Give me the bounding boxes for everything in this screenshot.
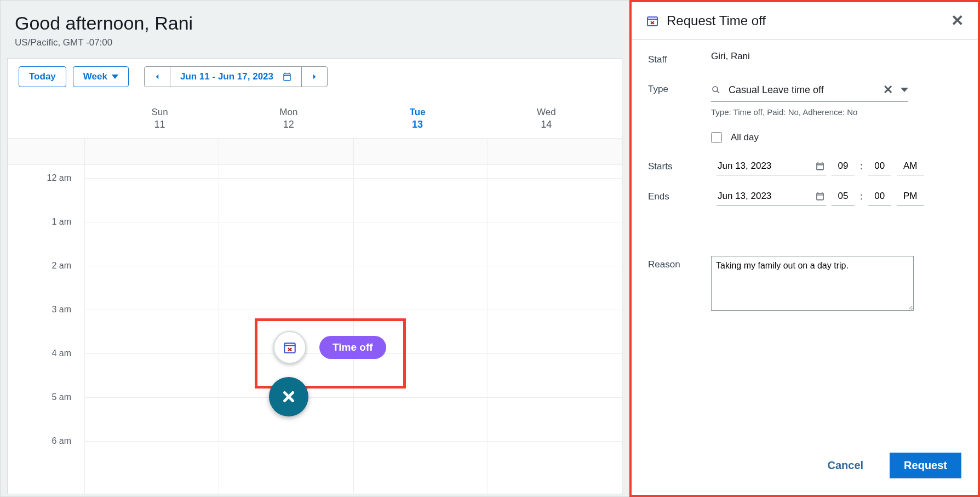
time-label: 1 am	[51, 217, 71, 227]
time-label: 2 am	[51, 261, 71, 271]
chevron-right-icon	[310, 72, 319, 82]
type-input[interactable]	[729, 84, 875, 96]
time-colon: :	[860, 161, 863, 172]
starts-date-text: Jun 13, 2023	[718, 161, 771, 172]
chevron-left-icon	[152, 72, 162, 82]
ends-date-picker[interactable]: Jun 13, 2023	[717, 187, 826, 205]
clear-type-button[interactable]: ✕	[883, 83, 893, 97]
reason-label: Reason	[648, 256, 711, 313]
chevron-down-icon[interactable]	[901, 88, 908, 92]
timeoff-fab-button[interactable]	[273, 331, 306, 364]
starts-label: Starts	[648, 161, 711, 172]
date-nav-group: Jun 11 - Jun 17, 2023	[144, 66, 328, 87]
day-of-week: Mon	[224, 107, 353, 118]
search-icon	[711, 85, 721, 95]
calendar-icon	[815, 191, 825, 201]
greeting-title: Good afternoon, Rani	[15, 13, 615, 34]
starts-ampm-field[interactable]: AM	[897, 157, 924, 175]
ends-date-text: Jun 13, 2023	[718, 191, 771, 202]
view-picker-button[interactable]: Week	[73, 66, 129, 87]
timeoff-pill-button[interactable]: Time off	[319, 336, 386, 359]
day-number: 14	[482, 119, 611, 130]
time-label: 4 am	[51, 349, 71, 358]
staff-value: Giri, Rani	[711, 51, 961, 65]
calendar-x-icon	[283, 340, 297, 355]
day-number: 13	[353, 119, 482, 130]
calendar-x-icon	[646, 14, 659, 27]
time-label: 3 am	[51, 305, 71, 315]
timezone-text: US/Pacific, GMT -07:00	[15, 37, 615, 48]
svg-rect-1	[647, 17, 657, 26]
day-of-week: Sun	[95, 107, 224, 118]
schedule-panel: Good afternoon, Rani US/Pacific, GMT -07…	[0, 0, 629, 497]
time-label: 6 am	[51, 436, 71, 446]
time-label: 5 am	[51, 392, 71, 402]
close-icon	[280, 389, 297, 405]
day-column[interactable]	[488, 139, 622, 494]
starts-hour-field[interactable]: 09	[832, 157, 855, 175]
staff-label: Staff	[648, 51, 711, 65]
calendar-icon	[282, 72, 292, 82]
panel-close-button[interactable]: ✕	[951, 13, 964, 28]
day-of-week: Wed	[482, 107, 611, 118]
ends-ampm-field[interactable]: PM	[897, 187, 924, 205]
view-picker-label: Week	[83, 71, 107, 82]
today-button[interactable]: Today	[19, 66, 66, 87]
request-button[interactable]: Request	[890, 453, 961, 478]
day-header[interactable]: Tue13	[353, 97, 482, 138]
allday-label: All day	[731, 132, 759, 143]
svg-point-2	[713, 87, 718, 92]
request-timeoff-panel: Request Time off ✕ Staff Giri, Rani Type…	[629, 0, 980, 497]
time-label: 12 am	[47, 173, 71, 183]
close-fab-button[interactable]	[269, 377, 308, 416]
ends-hour-field[interactable]: 05	[832, 187, 855, 205]
starts-minute-field[interactable]: 00	[868, 157, 891, 175]
reason-textarea[interactable]	[711, 256, 914, 311]
prev-week-button[interactable]	[144, 66, 170, 87]
day-header[interactable]: Mon12	[224, 97, 353, 138]
allday-checkbox[interactable]	[711, 132, 722, 143]
next-week-button[interactable]	[301, 66, 328, 87]
chevron-down-icon	[112, 75, 118, 79]
day-number: 12	[224, 119, 353, 130]
calendar-icon	[815, 161, 825, 171]
day-number: 11	[95, 119, 224, 130]
panel-title: Request Time off	[667, 13, 943, 28]
cancel-button[interactable]: Cancel	[818, 454, 874, 477]
starts-date-picker[interactable]: Jun 13, 2023	[717, 157, 826, 175]
allday-checkbox-row[interactable]: All day	[711, 132, 961, 143]
time-colon: :	[860, 191, 863, 202]
day-of-week: Tue	[353, 107, 482, 118]
type-label: Type	[648, 81, 711, 95]
date-range-button[interactable]: Jun 11 - Jun 17, 2023	[170, 66, 302, 87]
day-column[interactable]	[84, 139, 219, 494]
svg-rect-0	[284, 343, 295, 352]
type-combobox[interactable]: ✕	[711, 81, 908, 102]
day-header[interactable]: Wed14	[482, 97, 611, 138]
type-meta-text: Type: Time off, Paid: No, Adherence: No	[711, 107, 961, 117]
calendar-toolbar: Today Week Jun 11 - Jun 17, 2023	[19, 66, 611, 87]
ends-label: Ends	[648, 191, 711, 202]
date-range-text: Jun 11 - Jun 17, 2023	[180, 71, 273, 82]
ends-minute-field[interactable]: 00	[868, 187, 891, 205]
day-header[interactable]: Sun11	[95, 97, 224, 138]
